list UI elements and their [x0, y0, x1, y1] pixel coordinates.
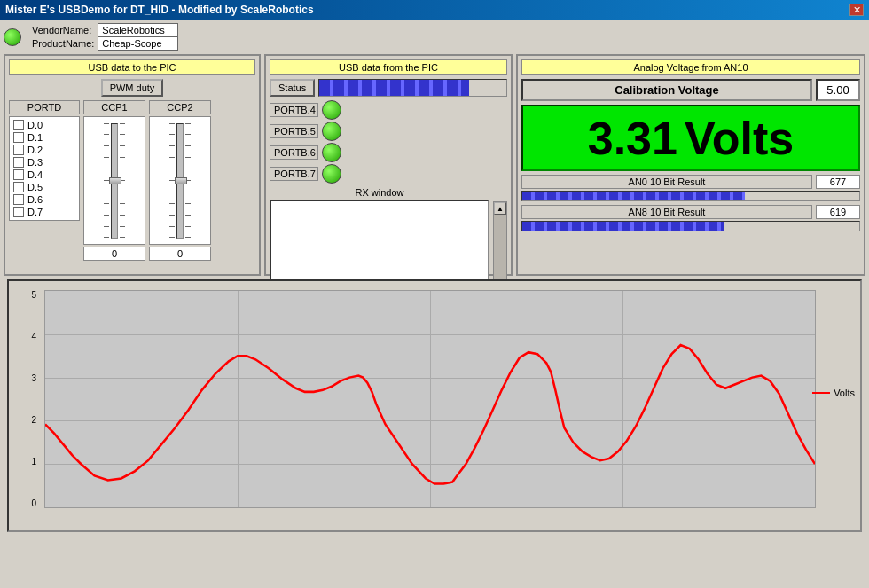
y-label-1: 1: [31, 457, 36, 466]
ccp2-slider[interactable]: [176, 123, 184, 239]
bit-d6-checkbox[interactable]: [13, 194, 24, 205]
window-title: Mister E's USBDemo for DT_HID - Modified…: [5, 4, 314, 16]
an8-label: AN8 10 Bit Result: [521, 205, 812, 219]
status-led: [4, 28, 21, 46]
title-bar: Mister E's USBDemo for DT_HID - Modified…: [0, 0, 869, 20]
an0-progress-bar: [521, 191, 860, 201]
legend-line: [812, 392, 830, 394]
portb6-label: PORTB.6: [270, 145, 318, 160]
bit-d5-checkbox[interactable]: [13, 182, 24, 192]
bit-d0-checkbox[interactable]: [13, 120, 24, 130]
y-label-2: 2: [31, 415, 36, 425]
bit-d6-label: D.6: [27, 194, 43, 205]
status-bar: [318, 79, 507, 97]
ccp2-slider-container: [149, 116, 211, 245]
ccp1-value: 0: [83, 247, 145, 261]
product-name-label: ProductName:: [28, 37, 98, 51]
bit-d3-checkbox[interactable]: [13, 157, 24, 168]
an0-progress-fill: [522, 192, 745, 200]
an8-value: 619: [816, 205, 860, 219]
bit-d7-checkbox[interactable]: [13, 207, 24, 217]
pwm-duty-button[interactable]: PWM duty: [101, 79, 164, 97]
bit-d4-label: D.4: [27, 169, 43, 180]
bit-d3-label: D.3: [27, 157, 43, 168]
y-axis-labels: 5 4 3 2 1 0: [9, 290, 40, 508]
status-row: Status: [270, 79, 507, 97]
chart-svg: [45, 291, 815, 507]
ccp2-label: CCP2: [149, 100, 211, 114]
an8-row: AN8 10 Bit Result 619: [521, 205, 860, 219]
legend-label: Volts: [834, 388, 855, 398]
an8-progress-bar: [521, 221, 860, 231]
calib-row: Calibration Voltage 5.00: [521, 79, 860, 101]
portb4-row: PORTB.4: [270, 100, 507, 120]
usb-to-pic-header: USB data to the PIC: [9, 59, 255, 75]
bit-d7-label: D.7: [27, 207, 43, 217]
portb7-row: PORTB.7: [270, 164, 507, 184]
ccp1-slider[interactable]: [111, 123, 118, 239]
portb5-row: PORTB.5: [270, 122, 507, 141]
bit-d1-label: D.1: [27, 132, 43, 143]
portb6-row: PORTB.6: [270, 143, 507, 162]
portb5-label: PORTB.5: [270, 124, 318, 138]
voltage-unit: Volts: [685, 112, 794, 165]
bit-d1-checkbox[interactable]: [13, 132, 24, 143]
y-label-3: 3: [31, 373, 36, 383]
portb7-label: PORTB.7: [270, 167, 318, 181]
portd-label: PORTD: [9, 100, 80, 114]
vendor-info: VendorName: ScaleRobotics ProductName: C…: [28, 23, 178, 51]
status-button[interactable]: Status: [270, 79, 315, 97]
scroll-up-button[interactable]: ▲: [494, 202, 506, 215]
chart-inner: [44, 290, 816, 508]
usb-to-pic-panel: USB data to the PIC PWM duty PORTD D.0 D…: [4, 54, 261, 276]
an0-label: AN0 10 Bit Result: [521, 175, 812, 189]
portd-bits: D.0 D.1 D.2 D.3 D.4 D.5 D.6 D.7: [9, 116, 80, 221]
voltage-number: 3.31: [588, 112, 677, 165]
ccp1-label: CCP1: [83, 100, 145, 114]
analog-header: Analog Voltage from AN10: [521, 59, 860, 75]
usb-from-pic-panel: USB data from the PIC Status PORTB.4 POR…: [264, 54, 513, 276]
an0-value: 677: [816, 175, 860, 189]
ccp2-value: 0: [149, 247, 211, 261]
status-bar-fill: [319, 80, 469, 96]
portb4-led: [322, 100, 341, 120]
bit-d0-label: D.0: [27, 120, 43, 130]
bit-d2-checkbox[interactable]: [13, 145, 24, 155]
portb5-led: [322, 122, 341, 141]
portb4-label: PORTB.4: [270, 103, 318, 117]
ccp1-slider-container: [83, 116, 145, 245]
rx-window-label: RX window: [270, 187, 489, 198]
y-label-4: 4: [31, 332, 36, 341]
y-label-0: 0: [31, 498, 36, 508]
an0-row: AN0 10 Bit Result 677: [521, 175, 860, 189]
bit-d2-label: D.2: [27, 145, 43, 155]
y-label-5: 5: [31, 290, 36, 300]
product-name-value: Cheap-Scope: [98, 37, 178, 51]
calib-value: 5.00: [816, 79, 860, 101]
chart-legend: Volts: [812, 388, 855, 398]
bit-d5-label: D.5: [27, 182, 43, 192]
analog-panel: Analog Voltage from AN10 Calibration Vol…: [516, 54, 865, 276]
chart-area: 5 4 3 2 1 0 Volts: [7, 279, 862, 532]
voltage-display: 3.31 Volts: [521, 105, 860, 171]
close-button[interactable]: ✕: [849, 4, 864, 16]
portb7-led: [322, 164, 341, 184]
vendor-name-label: VendorName:: [28, 24, 98, 37]
usb-from-pic-header: USB data from the PIC: [270, 59, 507, 75]
vendor-name-value: ScaleRobotics: [98, 24, 178, 37]
portb6-led: [322, 143, 341, 162]
voltage-waveform: [45, 345, 815, 484]
calib-label: Calibration Voltage: [521, 79, 812, 101]
an8-progress-fill: [522, 222, 724, 231]
bit-d4-checkbox[interactable]: [13, 169, 24, 180]
